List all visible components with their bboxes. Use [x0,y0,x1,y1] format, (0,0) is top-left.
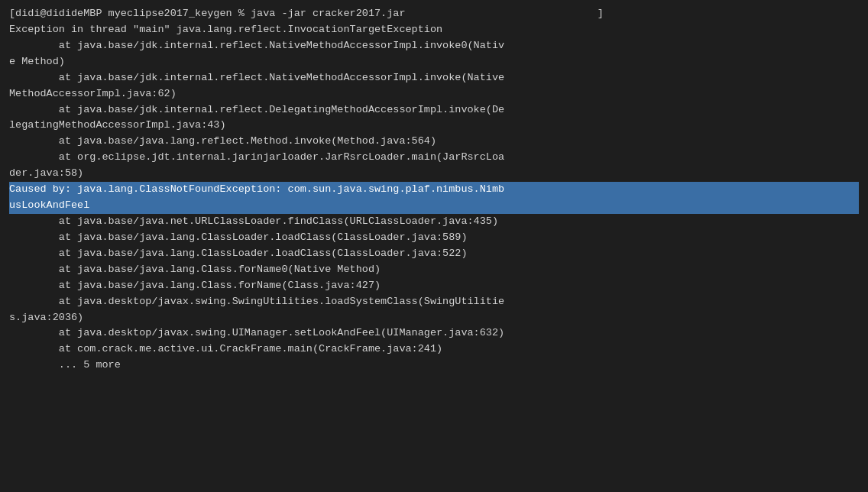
terminal-line: legatingMethodAccessorImpl.java:43) [9,118,859,134]
terminal-line: Caused by: java.lang.ClassNotFoundExcept… [9,182,859,198]
terminal-line: MethodAccessorImpl.java:62) [9,86,859,102]
terminal-line: at java.base/jdk.internal.reflect.Native… [9,70,859,86]
terminal-line: s.java:2036) [9,310,859,326]
terminal-line: at java.base/java.lang.ClassLoader.loadC… [9,230,859,246]
terminal-line: Exception in thread "main" java.lang.ref… [9,22,859,38]
terminal-line: at java.base/java.lang.reflect.Method.in… [9,134,859,150]
terminal-line: at java.base/java.lang.Class.forName0(Na… [9,262,859,278]
terminal-line: usLookAndFeel [9,198,859,214]
terminal-line: at org.eclipse.jdt.internal.jarinjarload… [9,150,859,166]
terminal-line: at java.base/jdk.internal.reflect.Native… [9,38,859,54]
terminal-line: der.java:58) [9,166,859,182]
terminal-line: at com.crack.me.active.ui.CrackFrame.mai… [9,341,859,358]
terminal-line: e Method) [9,54,859,70]
terminal-line: at java.base/jdk.internal.reflect.Delega… [9,102,859,118]
terminal-line: at java.base/java.lang.Class.forName(Cla… [9,278,859,294]
terminal-line: at java.base/java.net.URLClassLoader.fin… [9,214,859,230]
terminal-line: at java.base/java.lang.ClassLoader.loadC… [9,246,859,262]
terminal-line: ... 5 more [9,358,859,374]
terminal-line: at java.desktop/javax.swing.UIManager.se… [9,325,859,341]
terminal-output: [didi@didideMBP myeclipse2017_keygen % j… [9,6,859,374]
terminal-window: [didi@didideMBP myeclipse2017_keygen % j… [0,0,868,492]
terminal-line: at java.desktop/javax.swing.SwingUtiliti… [9,294,859,310]
terminal-line: [didi@didideMBP myeclipse2017_keygen % j… [9,6,859,22]
